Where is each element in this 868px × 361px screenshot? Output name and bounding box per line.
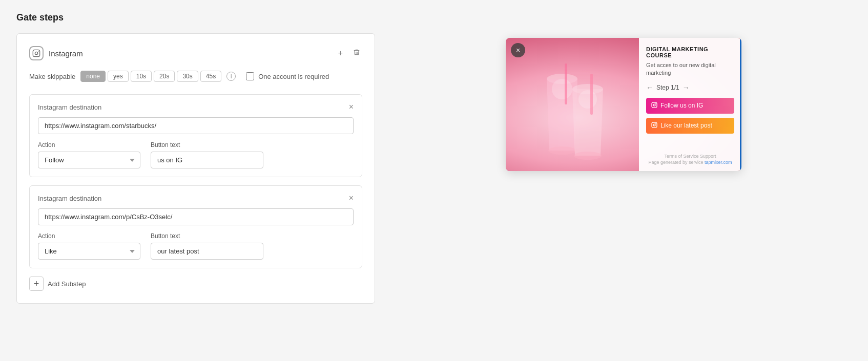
substep1-button-text-group: Button text (151, 141, 263, 168)
next-step-arrow[interactable]: → (683, 83, 690, 92)
substep2-action-label: Action (38, 232, 140, 240)
substep-block-2: Instagram destination × Action Like Foll… (29, 185, 362, 268)
substep1-action-select[interactable]: Follow Like Comment (38, 152, 140, 168)
preview-powered-by: Page generated by service tapmixer.com (646, 160, 734, 165)
step-label: Step 1/1 (656, 84, 679, 91)
page-title: Gate steps (16, 12, 375, 23)
follow-us-ig-label: Follow us on IG (660, 102, 703, 109)
skip-30s-btn[interactable]: 30s (177, 71, 198, 82)
platform-name: Instagram (49, 49, 83, 58)
substep2-close-btn[interactable]: × (349, 194, 354, 202)
add-substep-row: + Add Substep (29, 277, 362, 291)
delete-gate-btn[interactable] (351, 48, 362, 59)
substep1-button-text-label: Button text (151, 141, 263, 148)
instagram-icon (29, 46, 44, 60)
skip-45s-btn[interactable]: 45s (200, 71, 221, 82)
preview-modal: × DIGITAL MARKETING COURSE Get acces to … (506, 38, 741, 171)
skippable-label: Make skippable (29, 73, 75, 80)
left-panel: Gate steps Instagram + (16, 12, 375, 349)
footer-link[interactable]: tapmixer.com (705, 160, 732, 165)
substep1-header: Instagram destination × (38, 103, 354, 111)
substep1-title: Instagram destination (38, 103, 101, 111)
svg-point-4 (548, 146, 576, 155)
substep2-button-text-label: Button text (151, 232, 263, 240)
svg-rect-14 (652, 122, 657, 128)
prev-step-arrow[interactable]: ← (646, 83, 653, 92)
ig-icon-btn2 (651, 122, 657, 130)
svg-rect-6 (565, 63, 567, 104)
substep2-button-text-input[interactable] (151, 243, 263, 260)
svg-point-15 (653, 124, 655, 126)
substep2-action-row: Action Like Follow Comment Button text (38, 232, 354, 260)
svg-point-8 (574, 152, 602, 160)
svg-rect-0 (33, 50, 39, 56)
right-panel: × DIGITAL MARKETING COURSE Get acces to … (396, 12, 852, 349)
drink-illustration (536, 48, 608, 171)
gate-header: Instagram + (29, 46, 362, 60)
svg-rect-10 (590, 74, 593, 115)
substep2-button-text-group: Button text (151, 232, 263, 260)
gate-header-actions: + (336, 48, 362, 59)
substep1-action-group: Action Follow Like Comment (38, 141, 140, 168)
preview-desc: Get acces to our new digital marketing (646, 61, 734, 77)
one-account-checkbox[interactable] (246, 72, 254, 80)
preview-footer: Terms of Service Support Page generated … (646, 154, 734, 165)
substep2-header: Instagram destination × (38, 194, 354, 202)
svg-point-2 (38, 51, 38, 52)
substep1-close-btn[interactable]: × (349, 103, 354, 111)
substep1-url-input[interactable] (38, 117, 354, 134)
preview-image: × DIGITAL MARKETING COURSE Get acces to … (506, 38, 741, 171)
substep-block-1: Instagram destination × Action Follow Li… (29, 94, 362, 177)
substep1-action-row: Action Follow Like Comment Button text (38, 141, 354, 168)
substep1-button-text-input[interactable] (151, 152, 263, 168)
one-account-row: One account is required (246, 72, 329, 80)
like-latest-post-btn[interactable]: Like our latest post (646, 118, 734, 134)
preview-step-nav: ← Step 1/1 → (646, 83, 734, 92)
preview-right-side: DIGITAL MARKETING COURSE Get acces to ou… (639, 38, 741, 171)
substep2-action-select[interactable]: Like Follow Comment (38, 243, 140, 260)
follow-us-ig-btn[interactable]: Follow us on IG (646, 98, 734, 114)
substep1-action-label: Action (38, 141, 140, 148)
preview-close-btn[interactable]: × (511, 43, 525, 57)
svg-point-1 (35, 52, 37, 54)
substep2-url-input[interactable] (38, 208, 354, 225)
svg-point-5 (552, 79, 572, 99)
skip-20s-btn[interactable]: 20s (154, 71, 175, 82)
svg-point-12 (653, 104, 655, 106)
svg-point-16 (655, 123, 656, 124)
skip-yes-btn[interactable]: yes (108, 71, 129, 82)
substep2-title: Instagram destination (38, 195, 101, 202)
one-account-label: One account is required (258, 73, 329, 80)
skippable-row: Make skippable none yes 10s 20s 30s 45s … (29, 71, 362, 82)
gate-header-left: Instagram (29, 46, 83, 60)
add-substep-btn[interactable]: + (29, 277, 44, 291)
preview-brand: DIGITAL MARKETING COURSE (646, 46, 734, 58)
svg-rect-11 (652, 102, 657, 108)
add-substep-icon-btn[interactable]: + (336, 48, 345, 59)
add-substep-label[interactable]: Add Substep (48, 280, 86, 288)
svg-point-13 (655, 103, 656, 104)
skip-options: none yes 10s 20s 30s 45s (80, 71, 221, 82)
svg-point-9 (578, 90, 597, 109)
gate-card: Instagram + Make skippabl (16, 33, 375, 304)
preview-blue-line (740, 38, 741, 171)
info-icon[interactable]: i (226, 72, 236, 81)
footer-text: Page generated by service (648, 160, 703, 165)
skip-10s-btn[interactable]: 10s (131, 71, 152, 82)
like-latest-post-label: Like our latest post (660, 122, 712, 129)
ig-icon-btn1 (651, 102, 657, 110)
substep2-action-group: Action Like Follow Comment (38, 232, 140, 260)
skip-none-btn[interactable]: none (80, 71, 106, 82)
preview-tos: Terms of Service Support (646, 154, 734, 159)
